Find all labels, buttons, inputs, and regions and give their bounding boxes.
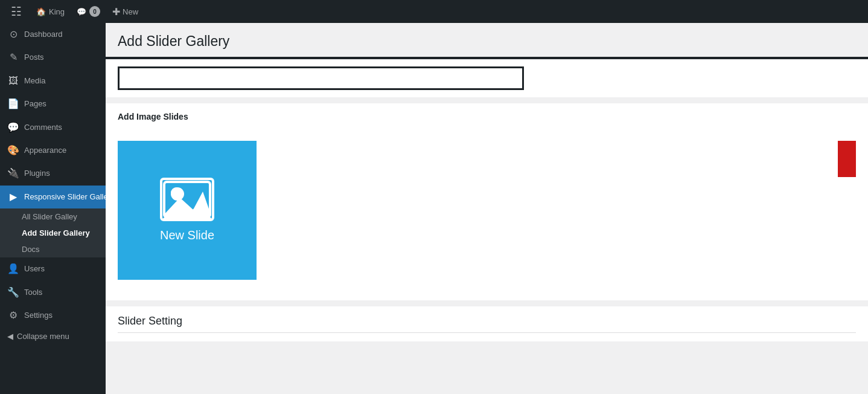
collapse-menu[interactable]: ◀ Collapse menu xyxy=(0,327,106,346)
sidebar-item-tools[interactable]: 🔧 Tools xyxy=(0,281,106,304)
slides-area: New Slide xyxy=(118,135,856,292)
slider-setting-section: Slider Setting xyxy=(106,306,868,341)
posts-icon: ✎ xyxy=(7,51,19,64)
comments-item[interactable]: 💬 0 xyxy=(71,0,106,23)
sidebar-item-pages[interactable]: 📄 Pages xyxy=(0,92,106,115)
sidebar-item-appearance[interactable]: 🎨 Appearance xyxy=(0,139,106,162)
sidebar-label-responsive-slider: Responsive Slider Galley xyxy=(24,192,106,202)
sidebar-label-settings: Settings xyxy=(24,310,53,321)
dashboard-icon: ⊙ xyxy=(7,28,19,41)
sidebar-item-dashboard[interactable]: ⊙ Dashboard xyxy=(0,23,106,46)
new-content-item[interactable]: ✚ New xyxy=(106,0,144,23)
sidebar-label-posts: Posts xyxy=(24,52,44,63)
collapse-icon: ◀ xyxy=(7,332,13,341)
sidebar-label-dashboard: Dashboard xyxy=(24,29,63,40)
sidebar-label-plugins: Plugins xyxy=(24,168,50,179)
comment-count: 0 xyxy=(89,6,100,17)
main-content: Add Slider Gallery Add Image Slides xyxy=(106,23,868,394)
site-name: King xyxy=(49,7,65,16)
media-icon: 🖼 xyxy=(7,74,19,88)
red-action-button[interactable] xyxy=(838,141,856,177)
add-image-slides-title: Add Image Slides xyxy=(118,112,856,126)
admin-bar: ☷ 🏠 King 💬 0 ✚ New xyxy=(0,0,868,23)
submenu-docs[interactable]: Docs xyxy=(0,241,106,257)
page-title: Add Slider Gallery xyxy=(118,33,856,51)
sidebar-label-appearance: Appearance xyxy=(24,145,66,156)
sidebar-item-comments[interactable]: 💬 Comments xyxy=(0,116,106,139)
svg-marker-2 xyxy=(163,192,211,216)
plus-icon: ✚ xyxy=(112,6,120,18)
site-name-item[interactable]: 🏠 King xyxy=(30,0,71,23)
plugins-icon: 🔌 xyxy=(7,167,19,180)
sidebar-item-users[interactable]: 👤 Users xyxy=(0,257,106,280)
sidebar-item-plugins[interactable]: 🔌 Plugins xyxy=(0,162,106,185)
comment-icon: 💬 xyxy=(77,7,86,16)
sidebar-submenu: All Slider Galley Add Slider Gallery Doc… xyxy=(0,208,106,257)
slide-icon-svg xyxy=(163,181,211,218)
sidebar-label-pages: Pages xyxy=(24,98,46,109)
title-area xyxy=(106,57,868,97)
new-label: New xyxy=(123,7,138,16)
settings-icon: ⚙ xyxy=(7,309,19,322)
collapse-label: Collapse menu xyxy=(17,332,69,341)
pages-icon: 📄 xyxy=(7,97,19,111)
home-icon: 🏠 xyxy=(36,7,46,16)
sidebar-label-comments: Comments xyxy=(24,122,62,133)
sidebar-label-media: Media xyxy=(24,76,45,86)
layout: ⊙ Dashboard ✎ Posts 🖼 Media 📄 Pages 💬 Co… xyxy=(0,23,868,394)
slider-setting-title: Slider Setting xyxy=(118,315,856,333)
sidebar-label-tools: Tools xyxy=(24,287,42,298)
submenu-all-slider[interactable]: All Slider Galley xyxy=(0,208,106,225)
sidebar-menu: ⊙ Dashboard ✎ Posts 🖼 Media 📄 Pages 💬 Co… xyxy=(0,23,106,327)
section-divider xyxy=(106,97,868,103)
tools-icon: 🔧 xyxy=(7,286,19,299)
slide-image-icon xyxy=(160,178,214,221)
slider-icon: ▶ xyxy=(7,190,19,204)
sidebar-item-posts[interactable]: ✎ Posts xyxy=(0,46,106,69)
sidebar-item-responsive-slider[interactable]: ▶ Responsive Slider Galley xyxy=(0,186,106,208)
sidebar-item-media[interactable]: 🖼 Media xyxy=(0,69,106,92)
submenu-add-slider[interactable]: Add Slider Gallery xyxy=(0,225,106,241)
new-slide-label: New Slide xyxy=(160,228,214,242)
sidebar-label-users: Users xyxy=(24,263,45,274)
svg-point-1 xyxy=(171,187,182,198)
wordpress-icon: ☷ xyxy=(11,4,22,19)
new-slide-button[interactable]: New Slide xyxy=(118,141,257,280)
sidebar-item-settings[interactable]: ⚙ Settings xyxy=(0,304,106,327)
add-image-slides-section: Add Image Slides New Slide xyxy=(106,103,868,300)
wp-logo-item[interactable]: ☷ xyxy=(5,0,30,23)
page-header: Add Slider Gallery xyxy=(106,23,868,57)
appearance-icon: 🎨 xyxy=(7,144,19,157)
users-icon: 👤 xyxy=(7,262,19,276)
sidebar: ⊙ Dashboard ✎ Posts 🖼 Media 📄 Pages 💬 Co… xyxy=(0,23,106,394)
gallery-title-input[interactable] xyxy=(118,66,524,90)
comments-icon: 💬 xyxy=(7,121,19,134)
